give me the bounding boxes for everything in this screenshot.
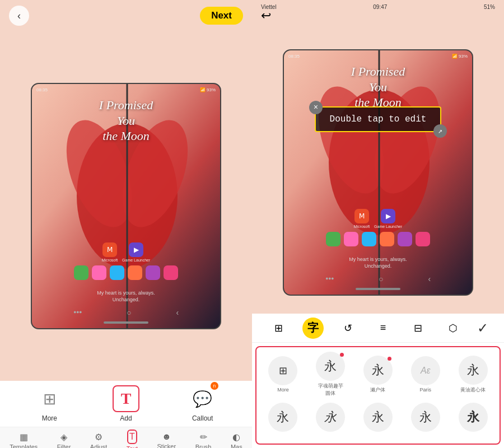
toolbar-callout[interactable]: 💬 n Callout — [189, 385, 216, 422]
font-more-icon: ⊞ — [268, 356, 297, 385]
font-item-r2-4[interactable]: 永 — [403, 403, 447, 433]
hex-icon: ⬡ — [449, 322, 458, 334]
back-button[interactable]: ‹ — [9, 6, 29, 26]
tab-sticker-label: Sticker — [157, 443, 176, 448]
font-toolbar-row: ⊞ 字 ↺ ≡ ⊟ ⬡ ✓ — [252, 314, 504, 343]
right-app-gamelauncher: ▶ Game Launcher — [374, 209, 402, 228]
left-phone-text-overlay: I PromisedYouthe Moon — [32, 97, 220, 144]
tab-text[interactable]: T Text — [122, 427, 142, 448]
brush-icon: ✏ — [200, 432, 207, 442]
font-item-huangyou[interactable]: 永 黄油遮心体 — [451, 356, 495, 394]
right-nav-bar: ⦁⦁⦁ ○ ‹ — [303, 274, 454, 283]
tab-text-label: Text — [127, 445, 138, 448]
toolbar-top-row: ⊞ More T Add 💬 n Callout — [0, 381, 252, 427]
right-phone-mockup: 08:35 📶 93% I PromisedYouthe Moon × Doub… — [283, 49, 473, 296]
right-bottom-panel: ⊞ 字 ↺ ≡ ⊟ ⬡ ✓ ⊞ — [252, 314, 504, 448]
left-bottom-toolbar: ⊞ More T Add 💬 n Callout ▦ — [0, 381, 252, 448]
font-tool-box[interactable]: ⊟ — [407, 318, 428, 339]
os-battery: 51% — [484, 4, 495, 10]
font-huangyou-char: 永 — [459, 356, 488, 385]
next-button[interactable]: Next — [200, 7, 243, 25]
text-icon: T — [129, 432, 135, 441]
font-item-more[interactable]: ⊞ More — [261, 356, 305, 393]
font-item-paris[interactable]: Aε Paris — [403, 356, 447, 393]
left-home-indicator — [104, 321, 148, 324]
align-icon: ≡ — [380, 322, 386, 334]
font-paris-label: Paris — [420, 387, 432, 393]
font-tool-hex[interactable]: ⬡ — [442, 318, 464, 339]
os-time: 09:47 — [373, 4, 387, 10]
font-item-r2-1[interactable]: 永 — [261, 403, 305, 433]
tab-filter[interactable]: ◈ Filter — [53, 430, 75, 449]
font-item-mengqu[interactable]: 永 字魂萌趣芋圆体 — [309, 352, 353, 397]
tab-mas[interactable]: ◐ Mas — [226, 430, 247, 449]
font-tool-char[interactable]: 字 — [302, 318, 324, 339]
tab-bar: ▦ Templates ◈ Filter ⚙ Adjust T Text ☻ S… — [0, 427, 252, 448]
font-seto-label: 濑户体 — [370, 386, 385, 394]
font-row-2: 永 永 永 永 — [261, 397, 495, 439]
text-edit-close-btn[interactable]: × — [309, 101, 323, 114]
font-row-1: ⊞ More 永 字魂萌趣芋圆体 永 濑户体 — [261, 352, 495, 397]
font-item-r2-2[interactable]: 永 — [309, 403, 353, 433]
rotate-icon: ↺ — [344, 322, 352, 334]
more-label: More — [42, 414, 57, 422]
font-more-label: More — [277, 387, 289, 393]
callout-label: Callout — [192, 414, 213, 422]
char-icon: 字 — [307, 320, 319, 335]
tab-filter-label: Filter — [57, 444, 71, 449]
confirm-button[interactable]: ✓ — [477, 320, 488, 336]
add-icon: T — [121, 390, 132, 408]
font-tool-rotate[interactable]: ↺ — [338, 318, 359, 339]
callout-icon: 💬 — [193, 390, 212, 408]
add-label: Add — [120, 414, 132, 422]
os-carrier: Viettel — [261, 4, 277, 10]
text-edit-container[interactable]: × Double tap to edit ↗ — [315, 106, 441, 132]
adjust-icon: ⚙ — [95, 432, 102, 442]
tab-brush[interactable]: ✏ Brush — [191, 430, 216, 449]
tab-templates[interactable]: ▦ Templates — [5, 430, 42, 449]
right-home-indicator — [356, 288, 400, 290]
left-phone-caption: My heart is yours, always.Unchanged. — [32, 290, 220, 304]
frame-icon: ⊞ — [274, 322, 283, 334]
left-phone-outer: 08:35 📶 93% I PromisedYouthe Moon Ⅿ Micr… — [31, 83, 221, 329]
font-tool-frame[interactable]: ⊞ — [268, 318, 289, 339]
font-r2-5-char: 永 — [459, 403, 488, 432]
templates-icon: ▦ — [20, 432, 28, 442]
callout-badge: n — [211, 382, 218, 390]
font-item-seto[interactable]: 永 濑户体 — [356, 356, 400, 394]
tab-adjust-label: Adjust — [90, 444, 108, 449]
right-panel: ↩ Viettel 09:47 51% — [252, 0, 504, 448]
font-r2-4-char: 永 — [411, 403, 440, 432]
font-r2-3-char: 永 — [363, 403, 393, 432]
text-edit-box[interactable]: × Double tap to edit ↗ — [315, 106, 441, 132]
filter-icon: ◈ — [60, 432, 67, 442]
font-item-r2-3[interactable]: 永 — [356, 403, 400, 433]
right-header: ↩ Viettel 09:47 51% — [252, 0, 504, 31]
tab-sticker[interactable]: ☻ Sticker — [153, 430, 181, 448]
left-phone-mockup: 08:35 📶 93% I PromisedYouthe Moon Ⅿ Micr… — [31, 83, 221, 329]
font-grid: ⊞ More 永 字魂萌趣芋圆体 永 濑户体 — [255, 346, 501, 445]
left-app-gamelauncher: ▶ Game Launcher — [122, 242, 150, 262]
left-app-microsoft: Ⅿ Microsoft — [102, 242, 118, 262]
right-app-microsoft: Ⅿ Microsoft — [354, 209, 370, 228]
left-header: ‹ Next — [0, 0, 252, 31]
sticker-icon: ☻ — [162, 432, 171, 442]
font-r2-2-char: 永 — [316, 403, 345, 432]
toolbar-more[interactable]: ⊞ More — [36, 385, 63, 422]
tab-adjust[interactable]: ⚙ Adjust — [86, 430, 112, 449]
font-tool-align[interactable]: ≡ — [372, 318, 394, 339]
font-r2-1-char: 永 — [268, 403, 297, 432]
tab-templates-label: Templates — [10, 444, 38, 449]
font-mengqu-label: 字魂萌趣芋圆体 — [318, 382, 343, 397]
font-seto-dot — [388, 357, 391, 361]
right-phone-outer: 08:35 📶 93% I PromisedYouthe Moon × Doub… — [283, 49, 473, 296]
right-phone-caption: My heart is yours, always.Unchanged. — [284, 256, 472, 270]
toolbar-add[interactable]: T Add — [113, 385, 139, 422]
tab-mas-label: Mas — [231, 444, 242, 449]
font-huangyou-label: 黄油遮心体 — [460, 386, 486, 394]
left-phone-area: 08:35 📶 93% I PromisedYouthe Moon Ⅿ Micr… — [0, 31, 252, 381]
right-phone-area: 08:35 📶 93% I PromisedYouthe Moon × Doub… — [252, 31, 504, 314]
text-edit-resize-btn[interactable]: ↗ — [433, 124, 447, 138]
font-item-r2-5[interactable]: 永 — [451, 403, 495, 433]
font-paris-char: Aε — [411, 356, 440, 385]
